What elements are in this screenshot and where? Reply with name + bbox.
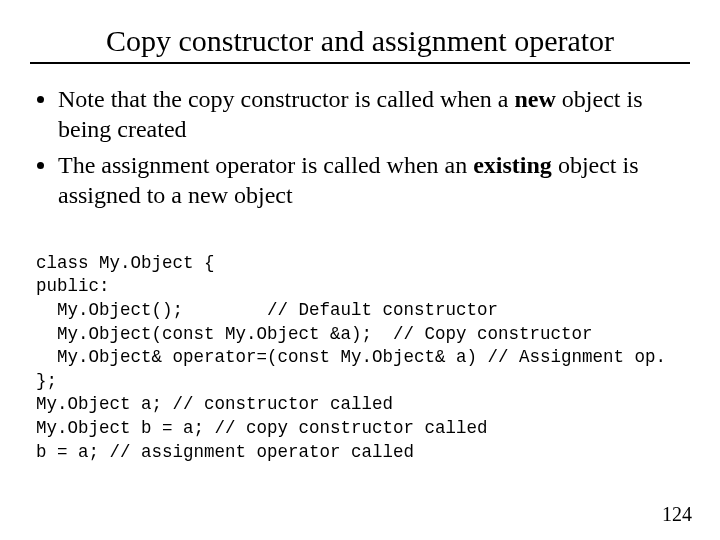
bullet-text-pre: The assignment operator is called when a… [58,152,473,178]
bullet-list: Note that the copy constructor is called… [28,84,692,210]
code-line: public: [36,276,110,296]
code-line: My.Object(const My.Object &a); // Copy c… [36,324,593,344]
bullet-item: Note that the copy constructor is called… [58,84,692,144]
code-line: My.Object& operator=(const My.Object& a)… [36,347,666,367]
code-line: class My.Object { [36,253,215,273]
code-line: b = a; // assignment operator called [36,442,414,462]
code-line: My.Object b = a; // copy constructor cal… [36,418,488,438]
code-line: My.Object(); // Default constructor [36,300,498,320]
page-number: 124 [662,503,692,526]
code-line: My.Object a; // constructor called [36,394,393,414]
title-underline [30,62,690,64]
slide-title: Copy constructor and assignment operator [28,24,692,58]
bullet-item: The assignment operator is called when a… [58,150,692,210]
bullet-text-pre: Note that the copy constructor is called… [58,86,515,112]
bullet-text-bold: new [515,86,556,112]
code-block: class My.Object { public: My.Object(); /… [36,228,692,464]
bullet-text-bold: existing [473,152,552,178]
code-line: }; [36,371,57,391]
slide: Copy constructor and assignment operator… [0,0,720,540]
